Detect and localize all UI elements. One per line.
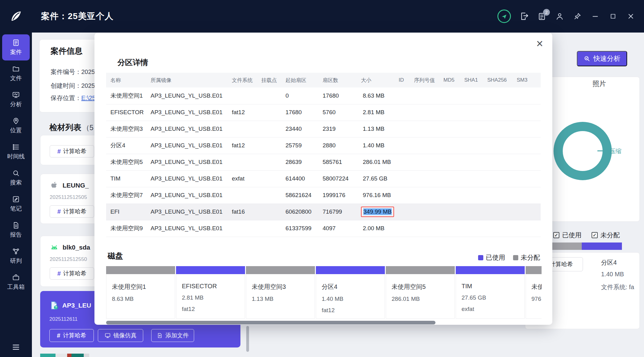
size-highlight-box: 8.63 MB [361, 91, 386, 100]
cell-sm3 [513, 170, 541, 187]
modal-close-button[interactable]: × [536, 38, 543, 49]
sidebar-item-analysis[interactable]: 分析 [2, 87, 30, 113]
disk-segment[interactable]: 未使用空间1 8.63 MB [106, 266, 175, 320]
sidebar-item-location[interactable]: 位置 [2, 113, 30, 139]
apple-icon [50, 181, 59, 190]
create-time-value: 2025 [81, 82, 95, 89]
sidebar-item-toolbox[interactable]: 工具箱 [2, 269, 30, 295]
calc-hash-button[interactable]: #计算哈希 [50, 205, 94, 218]
size-value[interactable]: 8.63 MB [363, 92, 385, 99]
column-header-size: 大小 [357, 73, 395, 87]
column-header-id: ID [395, 73, 410, 87]
evidence-list-scrollbar[interactable] [246, 326, 249, 352]
sidebar-item-files[interactable]: 文件 [2, 60, 30, 87]
user-icon[interactable] [555, 12, 564, 21]
checkbox-unallocated-box[interactable]: ✓ [592, 232, 598, 238]
cell-sha256 [484, 87, 513, 104]
sidebar-item-timeline[interactable]: 时间线 [2, 139, 30, 165]
checkbox-used[interactable]: ✓ 已使用 [553, 231, 581, 239]
size-value[interactable]: 2.00 MB [363, 225, 385, 231]
sidebar-item-notes[interactable]: 笔记 [2, 191, 30, 217]
pin-icon[interactable] [573, 12, 582, 21]
partition-table-row[interactable]: 未使用空间3 AP3_LEUNG_YL_USB.E01 23440 2319 1… [106, 121, 541, 137]
cell-size: 976.16 MB [357, 187, 395, 204]
cell-name: 未使用空间1 [106, 87, 147, 104]
case-number-row: 案件编号：2025 [51, 68, 95, 76]
close-window-button[interactable] [626, 12, 635, 21]
maximize-button[interactable] [608, 12, 618, 21]
cell-sm3 [513, 121, 541, 137]
cell-image: AP3_LEUNG_YL_USB.E01 [147, 154, 228, 170]
cell-sector-count: 585761 [319, 154, 357, 170]
calc-hash-button[interactable]: #计算哈希 [50, 267, 94, 280]
column-header-filesystem: 文件系统 [228, 73, 258, 87]
task-list-icon[interactable]: 2 [537, 12, 546, 21]
cell-size: 2.81 MB [357, 104, 395, 121]
save-path-link[interactable]: E:\25 [81, 95, 96, 101]
disk-segment[interactable]: EFISECTOR 2.81 MB fat12 [176, 266, 245, 320]
disk-segment[interactable]: TIM 27.65 GB exfat [456, 266, 525, 320]
sidebar-item-case[interactable]: 案件 [2, 34, 30, 60]
sidebar-item-search[interactable]: 搜索 [2, 165, 30, 191]
paper-plane-icon [501, 13, 508, 20]
partition-table-row[interactable]: 未使用空间1 AP3_LEUNG_YL_USB.E01 0 17680 8.63… [106, 87, 541, 104]
size-value[interactable]: 349.99 MB [363, 208, 392, 215]
disk-horizontal-scrollbar[interactable] [106, 321, 435, 324]
disk-section-title: 磁盘 [108, 251, 123, 261]
export-case-icon[interactable] [519, 12, 529, 21]
cell-sm3 [513, 204, 541, 220]
disk-segment[interactable]: 分区4 1.40 MB fat12 [316, 266, 385, 320]
cell-id [395, 87, 410, 104]
size-value[interactable]: 1.13 MB [363, 126, 385, 132]
table-header-row: 名称 所属镜像 文件系统 挂载点 起始扇区 扇区数 大小 ID 序列号值 MD5… [106, 73, 541, 87]
image-simulate-button[interactable]: 镜像仿真 [98, 329, 143, 342]
minimize-button[interactable] [591, 12, 600, 21]
cell-sha256 [484, 154, 513, 170]
partition-table-row[interactable]: 未使用空间9 AP3_LEUNG_YL_USB.E01 61337599 409… [106, 220, 541, 237]
quick-analysis-button[interactable]: 快速分析 [577, 51, 627, 66]
column-header-sm3: SM3 [513, 73, 541, 87]
cell-mountpoint [258, 204, 282, 220]
column-header-serial: 序列号值 [410, 73, 440, 87]
partition-table-row[interactable]: 未使用空间5 AP3_LEUNG_YL_USB.E01 28639 585761… [106, 154, 541, 170]
sidebar-item-research[interactable]: 研判 [2, 243, 30, 269]
sidebar-item-report[interactable]: 报告 [2, 217, 30, 243]
legend-unallocated-swatch [513, 255, 518, 260]
checkbox-unallocated[interactable]: ✓ 未分配 [592, 231, 620, 239]
segment-body: 未使用空间7 976.16 MB [526, 274, 542, 319]
partition-table-row[interactable]: EFI AP3_LEUNG_YL_USB.E01 fat16 60620800 … [106, 204, 541, 220]
checkbox-used-box[interactable]: ✓ [553, 232, 559, 238]
disk-segment[interactable]: 未使用空间3 1.13 MB [246, 266, 315, 320]
size-value[interactable]: 976.16 MB [363, 192, 391, 198]
partition-table-row[interactable]: EFISECTOR AP3_LEUNG_YL_USB.E01 fat12 176… [106, 104, 541, 121]
size-highlight-box: 349.99 MB [361, 207, 394, 217]
partition-table-row[interactable]: TIM AP3_LEUNG_YL_USB.E01 exfat 614400 58… [106, 170, 541, 187]
size-value[interactable]: 27.65 GB [363, 175, 387, 182]
partition-table-row[interactable]: 分区4 AP3_LEUNG_YL_USB.E01 fat12 25759 288… [106, 137, 541, 154]
app-logo [0, 0, 32, 33]
cell-sha256 [484, 187, 513, 204]
size-value[interactable]: 286.01 MB [363, 159, 391, 165]
cell-name: 未使用空间9 [106, 220, 147, 237]
cell-image: AP3_LEUNG_YL_USB.E01 [147, 187, 228, 204]
size-value[interactable]: 1.40 MB [363, 142, 385, 149]
cell-sha1 [461, 204, 484, 220]
image-file-icon: ? [49, 301, 59, 310]
cell-filesystem [228, 87, 258, 104]
size-value[interactable]: 2.81 MB [363, 109, 385, 115]
cell-name: 未使用空间5 [106, 154, 147, 170]
donut-slice-label: 压缩 [610, 147, 621, 155]
note-pencil-icon [12, 195, 20, 203]
cell-sector-count: 2880 [319, 137, 357, 154]
add-file-button[interactable]: 添加文件 [151, 329, 194, 342]
segment-color-strip [386, 266, 455, 274]
menu-toggle-button[interactable] [0, 343, 32, 351]
calc-hash-button[interactable]: #计算哈希 [49, 329, 94, 342]
disk-segment[interactable]: 未使用空间7 976.16 MB [526, 266, 542, 320]
feedback-icon[interactable] [497, 10, 511, 23]
partition-table-row[interactable]: 未使用空间7 AP3_LEUNG_YL_USB.E01 58621624 199… [106, 187, 541, 204]
case-number-label: 案件编号： [51, 68, 81, 75]
leaf-logo-icon [9, 9, 23, 23]
calc-hash-button[interactable]: #计算哈希 [50, 145, 94, 157]
disk-segment[interactable]: 未使用空间5 286.01 MB [386, 266, 455, 320]
